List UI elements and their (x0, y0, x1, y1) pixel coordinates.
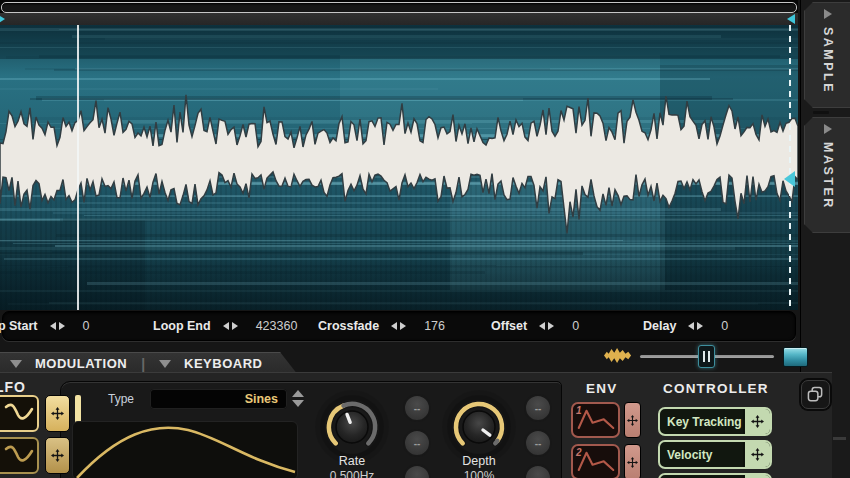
param-value[interactable]: 176 (424, 319, 445, 333)
increment-icon[interactable] (59, 322, 65, 330)
controller-item-velocity[interactable]: Velocity (658, 440, 772, 469)
env-slot-2-drag-handle[interactable] (624, 444, 641, 478)
rate-mod-slot-2[interactable]: -- (403, 429, 431, 457)
move-icon (627, 415, 638, 426)
tab-sample-label: SAMPLE (821, 27, 835, 94)
spectrogram-view-toggle[interactable] (783, 347, 808, 367)
playback-cursor[interactable] (77, 25, 79, 310)
env-slot-2[interactable]: 2 (571, 444, 620, 478)
lfo-slot-2[interactable] (0, 437, 39, 474)
param-label: Loop Start (0, 319, 38, 333)
sine-wave-icon (4, 401, 34, 427)
tab-master-label: MASTER (821, 142, 835, 210)
controller-section-header: CONTROLLER (663, 381, 769, 396)
lfo-slot-1[interactable] (0, 395, 39, 432)
tab-master[interactable]: MASTER (804, 117, 850, 233)
lfo-waveform-display[interactable] (72, 421, 298, 478)
sample-param-bar: Loop Start 0 Loop End 423360 Crossfade 1… (2, 311, 796, 341)
waveform-shape (0, 25, 798, 310)
param-value[interactable]: 423360 (256, 319, 298, 333)
env-section-header: ENV (586, 381, 617, 396)
lfo-depth-value: 100% (447, 469, 511, 478)
waveform-blob-icon[interactable] (604, 346, 632, 369)
depth-mod-slot-2[interactable]: -- (524, 429, 552, 457)
tab-arrow-icon (824, 9, 832, 19)
increment-icon[interactable] (697, 322, 703, 330)
sine-wave-icon (4, 443, 34, 469)
tab-keyboard[interactable]: KEYBOARD (184, 356, 262, 371)
stepper-down-icon[interactable] (292, 400, 304, 407)
tab-modulation[interactable]: MODULATION (35, 356, 127, 371)
copy-icon (807, 386, 824, 403)
envelope-icon (577, 449, 615, 476)
rate-mod-slot-1[interactable]: -- (403, 394, 431, 422)
lfo-type-label: Type (108, 392, 134, 406)
decrement-icon[interactable] (688, 322, 694, 330)
lfo-section-header: LFO (0, 379, 26, 395)
lfo-rate-value: 0.500Hz (320, 469, 384, 478)
param-label: Crossfade (318, 319, 379, 333)
param-label: Offset (491, 319, 527, 333)
move-icon (51, 407, 64, 420)
controller-drag-handle[interactable] (743, 409, 770, 434)
param-value[interactable]: 0 (83, 319, 90, 333)
env-slot-1-drag-handle[interactable] (624, 402, 641, 438)
env-slot-1[interactable]: 1 (571, 402, 620, 438)
tab-sample[interactable]: SAMPLE (804, 2, 850, 108)
waveform-scrollbar[interactable] (1, 2, 797, 13)
decrement-icon[interactable] (223, 322, 229, 330)
lfo-type-dropdown[interactable]: Sines (150, 389, 287, 409)
param-loop-start: Loop Start 0 (0, 312, 89, 340)
param-loop-end: Loop End 423360 (153, 312, 297, 340)
param-value[interactable]: 0 (572, 319, 579, 333)
lfo-depth-label: Depth (449, 454, 509, 468)
loop-end-marker-icon[interactable] (787, 14, 795, 24)
controller-item-3[interactable] (658, 473, 772, 478)
lfo-type-stepper (292, 390, 304, 407)
side-panel-divider (833, 437, 846, 440)
lfo-depth-knob[interactable] (452, 400, 506, 454)
param-value[interactable]: 0 (721, 319, 728, 333)
waveform-scroll-strip (0, 0, 798, 13)
mix-slider-handle[interactable] (698, 345, 715, 368)
loop-end-line[interactable] (789, 25, 791, 310)
lfo-slot-1-drag-handle[interactable] (45, 395, 70, 432)
move-icon (627, 457, 638, 468)
stepper-up-icon[interactable] (292, 390, 304, 397)
env-slot-number: 2 (576, 447, 582, 458)
envelope-icon (577, 407, 615, 434)
decrement-icon[interactable] (539, 322, 545, 330)
move-icon (751, 415, 764, 428)
decrement-icon[interactable] (391, 322, 397, 330)
depth-mod-slot-1[interactable]: -- (524, 394, 552, 422)
controller-item-label: Velocity (660, 448, 743, 462)
move-icon (51, 449, 64, 462)
tab-collapse-icon[interactable] (159, 360, 171, 368)
lfo-rate-knob[interactable] (325, 400, 379, 454)
param-label: Delay (643, 319, 676, 333)
sampler-plugin-window: SAMPLE MASTER Loop Start (0, 0, 850, 478)
increment-icon[interactable] (548, 322, 554, 330)
sample-waveform-view[interactable] (0, 25, 798, 310)
increment-icon[interactable] (400, 322, 406, 330)
increment-icon[interactable] (232, 322, 238, 330)
move-icon (751, 448, 764, 461)
copy-settings-button[interactable] (801, 380, 830, 409)
controller-item-label: Key Tracking (660, 415, 743, 429)
tab-collapse-icon[interactable] (10, 360, 22, 368)
param-crossfade: Crossfade 176 (318, 312, 445, 340)
decrement-icon[interactable] (50, 322, 56, 330)
param-offset: Offset 0 (491, 312, 579, 340)
param-delay: Delay 0 (643, 312, 728, 340)
lfo-type-value: Sines (245, 392, 278, 406)
controller-drag-handle[interactable] (743, 442, 770, 467)
side-tab-divider (813, 111, 829, 114)
env-slot-number: 1 (576, 405, 582, 416)
param-label: Loop End (153, 319, 211, 333)
controller-item-key-tracking[interactable]: Key Tracking (658, 407, 772, 436)
tab-separator: | (141, 356, 145, 372)
loop-end-arrow-icon[interactable] (784, 171, 795, 187)
loop-start-marker-icon[interactable] (0, 14, 5, 24)
lfo-rate-label: Rate (322, 454, 382, 468)
lfo-slot-2-drag-handle[interactable] (45, 437, 70, 474)
